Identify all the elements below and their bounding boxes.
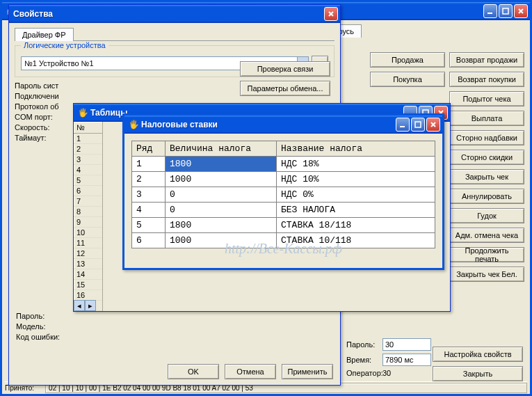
- row-number[interactable]: 12: [74, 248, 102, 259]
- row-number[interactable]: 8: [74, 207, 102, 217]
- password-field[interactable]: 30: [382, 338, 431, 351]
- row-number-column: № 1234567891011121314151617: [74, 122, 103, 311]
- tax-row-name[interactable]: СТАВКА 10/118: [277, 233, 435, 248]
- row-number[interactable]: 10: [74, 228, 102, 238]
- payout-button[interactable]: Выплата: [449, 111, 524, 126]
- subtotal-button[interactable]: Подытог чека: [449, 91, 524, 106]
- connection-label: Подключени: [15, 92, 84, 100]
- maximize-button[interactable]: [499, 4, 513, 18]
- tax-row-name[interactable]: СТАВКА 18/118: [277, 218, 435, 233]
- ok-button[interactable]: OK: [168, 364, 219, 379]
- configure-button[interactable]: Настройка свойств: [433, 347, 523, 362]
- tax-row[interactable]: 51800СТАВКА 18/118: [132, 218, 435, 233]
- row-number[interactable]: 11: [74, 238, 102, 248]
- tax-row-num[interactable]: 5: [132, 218, 166, 233]
- cancel-button[interactable]: Отмена: [225, 364, 276, 379]
- num-header[interactable]: №: [74, 122, 102, 134]
- scroll-left-button[interactable]: ◂: [74, 300, 85, 311]
- row-number[interactable]: 4: [74, 165, 102, 175]
- pwd-label: Пароль:: [16, 312, 86, 320]
- tax-row-value[interactable]: 0: [166, 187, 277, 203]
- tab-driver[interactable]: Драйвер ФР: [15, 28, 74, 41]
- purchase-button[interactable]: Покупка: [370, 72, 445, 87]
- tax-row-value[interactable]: 1800: [166, 218, 277, 233]
- tax-row[interactable]: 40БЕЗ НАЛОГА: [132, 203, 435, 218]
- row-number[interactable]: 5: [74, 175, 102, 186]
- tax-row[interactable]: 21000НДС 10%: [132, 172, 435, 187]
- tax-rates-table[interactable]: Ряд Величина налога Название налога 1180…: [131, 141, 435, 248]
- operator-value: 30: [382, 369, 431, 377]
- sys-password-label: Пароль сист: [15, 81, 84, 90]
- row-number[interactable]: 2: [74, 144, 102, 155]
- tax-row[interactable]: 61000СТАВКА 10/118: [132, 233, 435, 248]
- scroll-right-button[interactable]: ▸: [85, 300, 96, 311]
- tax-row-num[interactable]: 1: [132, 157, 166, 172]
- exchange-params-button[interactable]: Параметры обмена...: [240, 81, 330, 96]
- error-code-label: Код ошибки:: [16, 333, 86, 341]
- row-number[interactable]: 13: [74, 259, 102, 269]
- tax-row-name[interactable]: НДС 18%: [277, 157, 435, 172]
- tax-row[interactable]: 11800НДС 18%: [132, 157, 435, 172]
- annul-button[interactable]: Аннулировать: [449, 189, 524, 204]
- col-name[interactable]: Название налога: [277, 141, 435, 157]
- check-connection-button[interactable]: Проверка связи: [240, 61, 330, 77]
- password-label: Пароль:: [346, 340, 381, 349]
- table-icon: 🖐️: [78, 108, 88, 118]
- close-button[interactable]: [514, 4, 528, 18]
- svg-rect-5: [415, 122, 421, 127]
- col-row[interactable]: Ряд: [132, 141, 166, 157]
- tax-row-value[interactable]: 1800: [166, 157, 277, 172]
- tax-titlebar[interactable]: 🖐️ Налоговые ставки: [124, 116, 442, 134]
- tax-row-name[interactable]: НДС 0%: [277, 187, 435, 203]
- properties-titlebar[interactable]: Свойства: [9, 5, 340, 23]
- close-check-button[interactable]: Закрыть чек: [449, 169, 524, 184]
- row-number[interactable]: 3: [74, 155, 102, 165]
- close-button[interactable]: [426, 118, 440, 132]
- apply-button[interactable]: Применить: [282, 364, 333, 379]
- tax-title: Налоговые ставки: [141, 120, 396, 129]
- admin-cancel-button[interactable]: Адм. отмена чека: [449, 228, 524, 243]
- row-number[interactable]: 6: [74, 186, 102, 196]
- minimize-button[interactable]: [396, 118, 410, 132]
- storno-surcharge-button[interactable]: Сторно надбавки: [449, 130, 524, 145]
- tax-row-name[interactable]: БЕЗ НАЛОГА: [277, 203, 435, 218]
- tax-row-value[interactable]: 1000: [166, 172, 277, 187]
- row-number[interactable]: 15: [74, 280, 102, 290]
- tax-row-num[interactable]: 6: [132, 233, 166, 248]
- close-app-button[interactable]: Закрыть: [433, 366, 523, 381]
- tax-row-value[interactable]: 0: [166, 203, 277, 218]
- sale-button[interactable]: Продажа: [370, 52, 445, 68]
- minimize-button[interactable]: [483, 4, 497, 18]
- row-number[interactable]: 14: [74, 269, 102, 280]
- maximize-button[interactable]: [411, 118, 425, 132]
- group-legend: Логические устройства: [21, 41, 108, 49]
- tax-row-value[interactable]: 1000: [166, 233, 277, 248]
- row-number[interactable]: 9: [74, 217, 102, 228]
- tax-row-num[interactable]: 4: [132, 203, 166, 218]
- beep-button[interactable]: Гудок: [449, 208, 524, 223]
- close-button[interactable]: [324, 7, 338, 21]
- row-number[interactable]: 7: [74, 196, 102, 207]
- close-check-bel-button[interactable]: Закрыть чек Бел.: [449, 267, 524, 282]
- return-sale-button[interactable]: Возврат продажи: [449, 52, 524, 68]
- col-value[interactable]: Величина налога: [166, 141, 277, 157]
- tax-row-num[interactable]: 3: [132, 187, 166, 203]
- svg-rect-1: [503, 8, 508, 14]
- row-number[interactable]: 1: [74, 134, 102, 144]
- continue-print-button[interactable]: Продолжить печать: [449, 247, 524, 262]
- return-purchase-button[interactable]: Возврат покупки: [449, 72, 524, 87]
- tax-row-name[interactable]: НДС 10%: [277, 172, 435, 187]
- device-value: №1 Устройство №1: [24, 59, 94, 68]
- time-label: Время:: [346, 356, 381, 364]
- tax-row-num[interactable]: 2: [132, 172, 166, 187]
- main-info: Пароль: 30 Время: 7890 мс Оператор: 30: [346, 338, 431, 377]
- properties-title: Свойства: [13, 9, 324, 19]
- svg-rect-0: [487, 13, 492, 14]
- tax-icon: 🖐️: [129, 120, 138, 129]
- svg-rect-4: [400, 126, 405, 127]
- operator-label: Оператор:: [346, 369, 381, 377]
- row-number[interactable]: 16: [74, 290, 102, 301]
- storno-discount-button[interactable]: Сторно скидки: [449, 150, 524, 165]
- time-field: 7890 мс: [382, 354, 431, 366]
- tax-row[interactable]: 30НДС 0%: [132, 187, 435, 203]
